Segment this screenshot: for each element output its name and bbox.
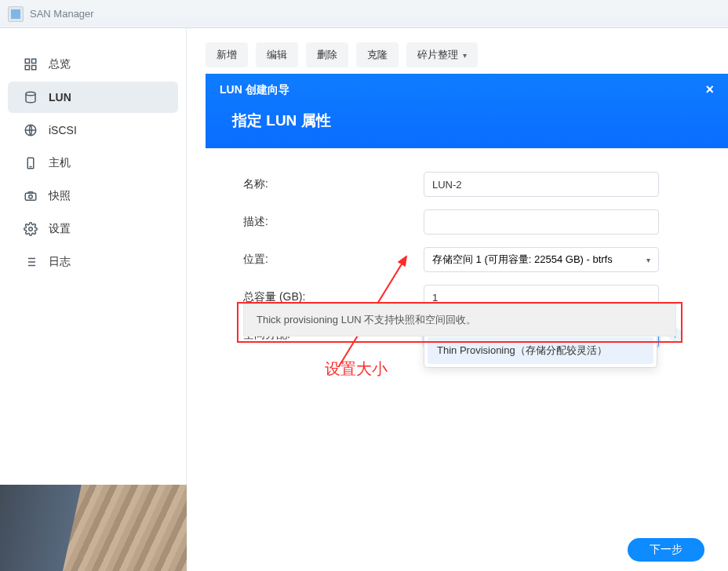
content-area: 新增 编辑 删除 克隆 碎片整理▾ LUN 创建向导 × 指定 LUN 属性 名… [187,28,728,571]
input-desc[interactable] [424,209,659,235]
label-name: 名称: [243,177,424,191]
log-icon [24,255,38,269]
notice-bar: Thick provisioning LUN 不支持快照和空间回收。 [243,304,676,336]
sidebar-item-label: 快照 [49,189,71,203]
caret-down-icon: ▾ [463,51,467,60]
button-label: 下一步 [650,543,682,555]
wizard-close-icon[interactable]: × [705,82,714,98]
button-label: 新增 [217,48,237,62]
sidebar-item-label: LUN [49,91,71,104]
sidebar-item-snapshot[interactable]: 快照 [8,180,178,212]
sidebar-item-overview[interactable]: 总览 [8,49,178,80]
next-button[interactable]: 下一步 [628,538,704,562]
form-row-name: 名称: [243,172,690,197]
overview-icon [24,57,38,71]
app-title: SAN Manager [30,8,94,20]
svg-rect-8 [25,193,36,200]
app-logo-icon [8,6,24,22]
svg-rect-3 [32,66,36,70]
select-location[interactable]: 存储空间 1 (可用容量: 22554 GB) - btrfs ▾ [424,247,659,272]
settings-icon [24,222,38,236]
input-name[interactable] [424,172,659,197]
lun-icon [24,90,38,104]
wizard-breadcrumb: LUN 创建向导 [220,83,289,97]
dropdown-option-thin[interactable]: Thin Provisioning（存储分配较灵活） [428,337,653,364]
sidebar-item-label: 日志 [49,255,71,269]
notice-text: Thick provisioning LUN 不支持快照和空间回收。 [257,314,476,326]
svg-point-10 [29,227,33,231]
sidebar-item-label: 主机 [49,156,71,170]
svg-rect-1 [32,59,36,63]
toolbar-new-button[interactable]: 新增 [206,42,248,67]
sidebar-item-lun[interactable]: LUN [8,82,178,113]
toolbar-delete-button[interactable]: 删除 [306,42,348,67]
sidebar-item-iscsi[interactable]: iSCSI [8,115,178,146]
toolbar-defrag-button[interactable]: 碎片整理▾ [406,42,478,67]
main-layout: 总览 LUN iSCSI 主机 快照 [0,28,728,571]
label-desc: 描述: [243,215,424,229]
button-label: 删除 [317,48,337,62]
host-icon [24,156,38,170]
svg-point-4 [26,92,35,96]
svg-rect-2 [25,66,29,70]
label-location: 位置: [243,253,424,267]
form-row-desc: 描述: [243,209,690,235]
option-label: Thin Provisioning（存储分配较灵活） [437,344,607,356]
button-label: 克隆 [367,48,388,62]
form-row-location: 位置: 存储空间 1 (可用容量: 22554 GB) - btrfs ▾ [243,247,690,272]
svg-point-9 [29,195,33,199]
background-photo [0,485,187,571]
sidebar-item-label: 设置 [49,222,71,236]
button-label: 编辑 [267,48,287,62]
wizard-body: 名称: 描述: 位置: 存储空间 1 (可用容量: 22554 GB) - bt… [206,148,728,384]
app-header: SAN Manager [0,0,728,28]
sidebar-item-settings[interactable]: 设置 [8,213,178,245]
button-label: 碎片整理 [417,48,458,62]
sidebar-item-log[interactable]: 日志 [8,246,178,278]
label-capacity: 总容量 (GB): [243,290,424,304]
iscsi-icon [24,123,38,137]
sidebar-item-host[interactable]: 主机 [8,147,178,179]
toolbar-edit-button[interactable]: 编辑 [256,42,298,67]
sidebar-item-label: 总览 [49,57,71,71]
annotation-text: 设置大小 [325,358,388,380]
wizard-title: 指定 LUN 属性 [206,98,728,148]
toolbar-clone-button[interactable]: 克隆 [356,42,399,67]
lun-create-wizard: LUN 创建向导 × 指定 LUN 属性 名称: 描述: 位置: 存储空间 [206,74,728,571]
wizard-header: LUN 创建向导 × 指定 LUN 属性 [206,74,728,148]
sidebar-item-label: iSCSI [49,124,77,136]
select-location-value: 存储空间 1 (可用容量: 22554 GB) - btrfs [432,253,613,267]
svg-rect-0 [25,59,29,63]
snapshot-icon [24,189,38,203]
caret-down-icon: ▾ [646,256,650,264]
